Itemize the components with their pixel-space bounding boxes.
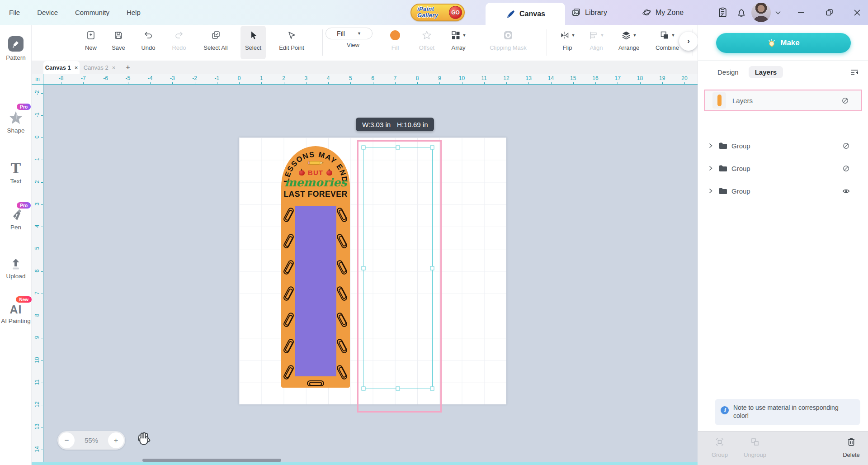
chevron-right-icon[interactable] bbox=[708, 143, 713, 148]
save-button[interactable]: Save bbox=[104, 26, 133, 59]
library-icon bbox=[571, 8, 581, 17]
undo-button[interactable]: Undo bbox=[134, 26, 163, 59]
make-button[interactable]: Make bbox=[716, 33, 851, 53]
ruler-tick-label: -3 bbox=[165, 75, 179, 81]
array-button[interactable]: ▼ Array bbox=[442, 26, 475, 59]
fill-swatch-button[interactable]: Fill bbox=[381, 26, 410, 59]
height-readout: H:10.69 in bbox=[397, 121, 428, 128]
flip-button[interactable]: ▼ Flip bbox=[553, 26, 582, 59]
layer-row-group[interactable]: Group bbox=[704, 137, 862, 155]
ruler-tick-label: -7 bbox=[76, 75, 90, 81]
align-button[interactable]: ▼ Align bbox=[582, 26, 611, 59]
menu-device[interactable]: Device bbox=[37, 9, 58, 16]
resize-handle-sw[interactable] bbox=[362, 387, 366, 391]
layer-row-selected[interactable]: Layers bbox=[704, 90, 862, 111]
resize-handle-nw[interactable] bbox=[362, 146, 366, 150]
toolbar-expand-button[interactable]: › bbox=[679, 32, 698, 51]
visibility-toggle[interactable] bbox=[842, 165, 850, 172]
ruler-tick-label: 3 bbox=[299, 75, 313, 81]
ruler-tick-label: 11 bbox=[34, 374, 40, 390]
resize-handle-e[interactable] bbox=[430, 266, 434, 270]
nav-tab-library[interactable]: Library bbox=[571, 0, 607, 25]
zoom-in-button[interactable]: + bbox=[108, 432, 124, 448]
add-canvas-tab-button[interactable]: + bbox=[121, 61, 135, 74]
logo-go-badge[interactable]: GO bbox=[449, 6, 462, 19]
memories-script-text: memories bbox=[281, 176, 350, 189]
zoom-out-button[interactable]: − bbox=[59, 432, 75, 448]
edit-point-cursor-icon bbox=[287, 30, 297, 41]
edit-point-button[interactable]: Edit Point bbox=[274, 26, 309, 59]
group-button[interactable]: Group bbox=[702, 437, 738, 458]
bookmark-design[interactable]: LESSONS MAY END BUT memories LAST FOREVE… bbox=[281, 146, 350, 388]
eye-off-icon bbox=[842, 165, 850, 172]
sidebar-item-ai-painting[interactable]: New AI AI Painting bbox=[0, 296, 32, 325]
app-logo[interactable]: iPaintGallery GO bbox=[410, 4, 465, 21]
sidebar-item-shape[interactable]: Pro Shape bbox=[0, 104, 32, 134]
hand-cursor-icon bbox=[136, 429, 152, 447]
tab-design[interactable]: Design bbox=[714, 66, 742, 78]
ruler-unit-label: in bbox=[32, 74, 43, 85]
resize-handle-n[interactable] bbox=[396, 146, 400, 150]
paperclip-icon bbox=[283, 364, 295, 380]
ruler-tick-label: 5 bbox=[344, 75, 357, 81]
close-tab-icon[interactable]: × bbox=[112, 64, 116, 71]
resize-handle-w[interactable] bbox=[362, 266, 366, 270]
sidebar-item-text[interactable]: T Text bbox=[0, 162, 32, 185]
new-button[interactable]: New bbox=[76, 26, 105, 59]
ruler-tick-label: 1 bbox=[255, 75, 268, 81]
sidebar-item-pen[interactable]: Pro Pen bbox=[0, 203, 32, 231]
resize-handle-se[interactable] bbox=[430, 387, 434, 391]
menu-file[interactable]: File bbox=[9, 9, 20, 16]
bookmark-center-panel bbox=[295, 206, 336, 376]
avatar[interactable] bbox=[751, 3, 771, 22]
visibility-toggle[interactable] bbox=[842, 187, 850, 195]
width-readout: W:3.03 in bbox=[362, 121, 391, 128]
combine-button[interactable]: ▼ Combine bbox=[651, 26, 684, 59]
eye-icon bbox=[842, 187, 850, 195]
ungroup-button[interactable]: Ungroup bbox=[737, 437, 773, 458]
delete-button[interactable]: Delete bbox=[833, 437, 868, 458]
chevron-right-icon[interactable] bbox=[708, 188, 713, 194]
window-minimize-button[interactable] bbox=[792, 0, 810, 25]
layer-thumbnail bbox=[712, 92, 726, 109]
clipping-mask-button[interactable]: Clipping Mask bbox=[487, 26, 529, 59]
last-forever-text: LAST FOREVER bbox=[281, 190, 350, 199]
menu-help[interactable]: Help bbox=[127, 9, 141, 16]
tasklist-icon[interactable] bbox=[713, 0, 731, 25]
new-file-icon bbox=[86, 30, 96, 41]
canvas-tab-1[interactable]: Canvas 1 × bbox=[43, 61, 80, 74]
offset-button[interactable]: Offset bbox=[412, 26, 441, 59]
canvas-tab-2[interactable]: Canvas 2 × bbox=[82, 61, 117, 74]
select-tool-button[interactable]: Select bbox=[241, 26, 266, 59]
paperclip-bottom bbox=[307, 380, 324, 386]
visibility-toggle[interactable] bbox=[842, 142, 850, 150]
chevron-right-icon[interactable] bbox=[708, 166, 713, 171]
avatar-chevron-down-icon[interactable] bbox=[771, 0, 785, 25]
menu-community[interactable]: Community bbox=[75, 9, 109, 16]
ruler-tick-label: 15 bbox=[566, 75, 580, 81]
tab-layers[interactable]: Layers bbox=[749, 66, 783, 78]
view-mode-dropdown[interactable]: Fill ▼ bbox=[326, 28, 373, 39]
redo-button[interactable]: Redo bbox=[165, 26, 193, 59]
horizontal-scrollbar[interactable] bbox=[142, 459, 281, 462]
collapse-panel-icon[interactable] bbox=[850, 68, 859, 78]
sidebar-item-upload[interactable]: Upload bbox=[0, 258, 32, 280]
close-tab-icon[interactable]: × bbox=[75, 64, 78, 71]
nav-tab-canvas[interactable]: Canvas bbox=[486, 3, 565, 25]
visibility-toggle[interactable] bbox=[841, 97, 849, 104]
selection-bounding-box[interactable] bbox=[363, 147, 433, 389]
select-all-button[interactable]: Select All bbox=[198, 26, 233, 59]
layer-row-group[interactable]: Group bbox=[704, 182, 862, 200]
notifications-bell-icon[interactable] bbox=[732, 0, 750, 25]
arrange-button[interactable]: ▼ Arrange bbox=[613, 26, 645, 59]
sidebar-item-pattern[interactable]: Pattern bbox=[0, 36, 32, 62]
window-close-button[interactable] bbox=[848, 0, 866, 25]
canvas-workspace[interactable]: LESSONS MAY END BUT memories LAST FOREVE… bbox=[43, 85, 698, 465]
layer-row-group[interactable]: Group bbox=[704, 159, 862, 177]
resize-handle-ne[interactable] bbox=[430, 146, 434, 150]
window-restore-button[interactable] bbox=[820, 0, 838, 25]
eye-off-icon bbox=[841, 97, 849, 104]
nav-tab-my-zone[interactable]: My Zone bbox=[642, 0, 684, 25]
zoom-level: 55% bbox=[85, 437, 98, 444]
resize-handle-s[interactable] bbox=[396, 387, 400, 391]
